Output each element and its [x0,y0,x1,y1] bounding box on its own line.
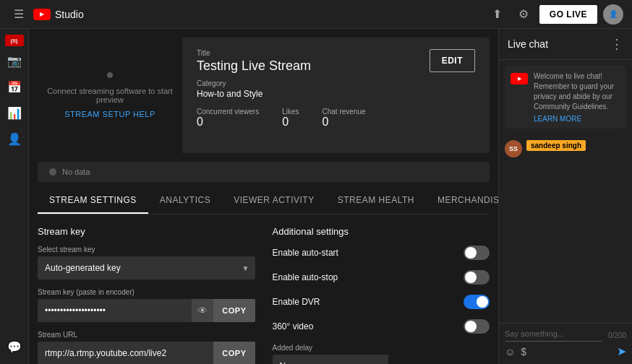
chat-notice: Welcome to live chat! Remember to guard … [505,66,626,129]
chat-messages: SS sandeep singh [499,134,632,323]
chat-msg-content: sandeep singh [526,140,626,157]
chat-learn-more-link[interactable]: LEARN MORE [534,115,620,123]
dvr-label: Enable DVR [273,297,320,307]
stat-concurrent: Concurrent viewers 0 [197,108,259,129]
chat-username: sandeep singh [526,140,586,151]
tab-analytics[interactable]: ANALYTICS [148,188,222,214]
chat-icon-group: ☺ $ [505,346,526,358]
stream-info-panel: Title Testing Live Stream Category How-t… [182,38,490,153]
analytics-bar: No data [38,162,490,182]
stream-key-section: Stream key Select stream key Auto-genera… [38,226,255,364]
auto-start-toggle[interactable] [464,246,490,260]
stream-url-input[interactable] [38,342,213,364]
sidebar-item-feedback[interactable]: 💬 [3,335,26,358]
360-toggle[interactable] [464,319,490,334]
go-live-button[interactable]: GO LIVE [539,5,597,24]
delay-select-wrapper: None Normal (5s) Long (30s) ▼ [273,355,388,364]
chat-input-area: Say something... 0/200 ☺ $ ➤ [499,323,632,364]
video-preview-area: Connect streaming software to start prev… [38,38,182,153]
main-content: Connect streaming software to start prev… [29,29,498,364]
main-layout: (li) 📷 📅 📊 👤 💬 Connect streaming softwar… [0,29,632,364]
edit-button[interactable]: EDIT [430,49,475,72]
chat-message: SS sandeep singh [505,140,626,157]
delay-select[interactable]: None Normal (5s) Long (30s) [273,355,388,364]
menu-icon[interactable]: ☰ [9,4,29,25]
youtube-logo [33,9,51,20]
chat-notice-text: Welcome to live chat! Remember to guard … [534,72,620,112]
chat-more-icon[interactable]: ⋮ [610,36,623,52]
settings-content: Stream key Select stream key Auto-genera… [29,214,498,364]
dvr-row: Enable DVR [273,295,490,309]
chat-input-bar: Say something... 0/200 [505,329,626,342]
revenue-label: Chat revenue [323,108,366,116]
share-icon[interactable]: ⬆ [487,4,508,25]
tab-stream-settings[interactable]: STREAM SETTINGS [38,188,148,214]
tab-stream-health[interactable]: STREAM HEALTH [326,188,426,214]
stream-key-select[interactable]: Auto-generated key [38,256,255,280]
sidebar-item-camera[interactable]: 📷 [3,49,26,72]
tab-merchandise[interactable]: MERCHANDISE [426,188,498,214]
chat-notice-content: Welcome to live chat! Remember to guard … [534,72,620,123]
chat-placeholder[interactable]: Say something... [505,329,602,342]
avatar[interactable]: 👤 [603,4,623,25]
likes-value: 0 [282,116,299,129]
stream-info-details: Title Testing Live Stream Category How-t… [197,49,430,129]
category-value: How-to and Style [197,89,430,99]
delay-label: Added delay [273,344,490,352]
stream-info-top: Title Testing Live Stream Category How-t… [197,49,475,129]
stats-row: Concurrent viewers 0 Likes 0 Chat revenu… [197,108,430,129]
chat-dollar-icon[interactable]: $ [521,346,526,358]
sidebar-item-calendar[interactable]: 📅 [3,75,26,98]
sidebar-item-live[interactable]: (li) [5,35,24,46]
live-chat-panel: Live chat ⋮ Welcome to live chat! Rememb… [498,29,632,364]
sidebar-item-person[interactable]: 👤 [3,127,26,150]
stat-likes: Likes 0 [282,108,299,129]
stream-url-copy-button[interactable]: COPY [213,342,255,364]
stream-key-paste-row: Stream key (paste in encoder) ••••••••••… [38,288,255,322]
360-row: 360° video [273,319,490,334]
analytics-dot [49,168,56,176]
chat-send-button[interactable]: ➤ [617,344,626,358]
app-logo: ☰ Studio [9,4,84,25]
auto-stop-label: Enable auto-stop [273,272,338,282]
preview-dot [107,72,113,78]
stream-key-paste-label: Stream key (paste in encoder) [38,288,255,296]
tab-viewer-activity[interactable]: VIEWER ACTIVITY [222,188,326,214]
topbar: ☰ Studio ⬆ ⚙ GO LIVE 👤 [0,0,632,29]
auto-start-label: Enable auto-start [273,248,338,258]
dvr-toggle[interactable] [464,295,490,309]
stream-key-input-group: •••••••••••••••••••• 👁 COPY [38,299,255,322]
chat-user-avatar: SS [505,140,522,157]
auto-start-row: Enable auto-start [273,246,490,260]
stream-key-select-row: Select stream key Auto-generated key ▼ [38,246,255,280]
visibility-toggle-button[interactable]: 👁 [192,299,213,322]
auto-stop-toggle[interactable] [464,270,490,285]
title-label: Title [197,49,430,57]
chat-title: Live chat [508,38,548,50]
chat-notice-logo [511,73,528,84]
sidebar-item-analytics[interactable]: 📊 [3,101,26,124]
chat-actions: ☺ $ ➤ [505,344,626,358]
chat-emoji-icon[interactable]: ☺ [505,346,515,358]
stream-url-row: Stream URL COPY [38,331,255,364]
stream-key-select-label: Select stream key [38,246,255,254]
stream-url-label: Stream URL [38,331,255,339]
settings-icon[interactable]: ⚙ [513,4,534,25]
stream-key-select-wrapper: Auto-generated key ▼ [38,256,255,280]
concurrent-value: 0 [197,116,259,129]
app-title: Studio [55,9,84,20]
stream-title: Testing Live Stream [197,58,430,74]
stream-key-copy-button[interactable]: COPY [213,299,255,322]
settings-tabs: STREAM SETTINGS ANALYTICS VIEWER ACTIVIT… [38,188,490,214]
stream-preview-card: Connect streaming software to start prev… [38,38,490,153]
stream-setup-link[interactable]: STREAM SETUP HELP [64,110,155,118]
stream-key-input[interactable]: •••••••••••••••••••• [38,299,192,322]
stream-key-title: Stream key [38,226,255,237]
revenue-value: 0 [323,116,366,129]
auto-stop-row: Enable auto-stop [273,270,490,285]
additional-settings-section: Additional settings Enable auto-start En… [273,226,490,364]
category-label: Category [197,79,430,87]
chat-header: Live chat ⋮ [499,29,632,60]
preview-status-text: Connect streaming software to start prev… [46,87,174,104]
chat-char-count: 0/200 [608,332,626,339]
